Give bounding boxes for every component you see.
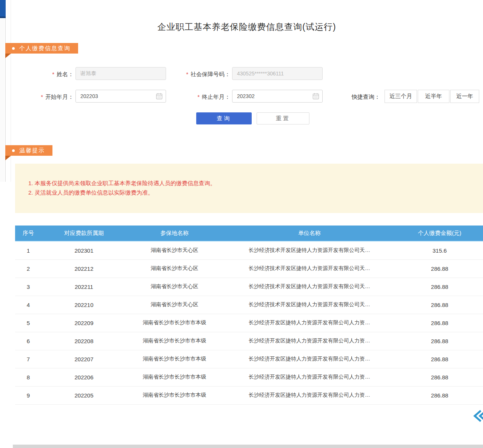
header-period: 对应费款所属期	[42, 226, 126, 241]
table-cell: 长沙经济开发区捷特人力资源开发有限公司人力资…	[223, 314, 396, 332]
name-label: *姓名：	[19, 71, 74, 78]
tips-line: 2. 灵活就业人员的缴费单位信息以实际缴费为准。	[28, 188, 475, 197]
table-cell: 长沙经济技术开发区捷特人力资源开发有限公司天…	[223, 278, 396, 296]
table-row: 2202212湖南省长沙市天心区长沙经济技术开发区捷特人力资源开发有限公司天…2…	[15, 259, 483, 278]
section-badge-personal-payment-query: 个人缴费信息查询	[5, 43, 78, 54]
table-cell: 湖南省长沙市天心区	[126, 259, 223, 278]
table-row: 1202301湖南省长沙市天心区长沙经济技术开发区捷特人力资源开发有限公司天…3…	[15, 241, 483, 259]
table-cell: 286.88	[396, 259, 483, 278]
quick-query-label: 快捷查询：	[352, 94, 383, 101]
header-amount: 个人缴费金额(元)	[396, 226, 483, 241]
table-cell: 286.88	[396, 314, 483, 332]
table-cell: 湖南省长沙市天心区	[126, 278, 223, 296]
quick-query-last-3-months-button[interactable]: 近三个月	[385, 90, 417, 103]
table-cell: 长沙经济技术开发区捷特人力资源开发有限公司天…	[223, 259, 396, 278]
table-cell: 湖南省长沙市天心区	[126, 296, 223, 314]
table-cell: 202212	[42, 259, 126, 278]
table-cell: 315.6	[396, 241, 483, 259]
end-month-label: *终止年月：	[162, 94, 230, 101]
pension-query-page: 企业职工基本养老保险缴费信息查询(试运行) 个人缴费信息查询 *姓名： *社会保…	[0, 0, 483, 448]
table-cell: 202205	[42, 386, 126, 404]
bottom-scrollbar[interactable]	[13, 445, 483, 448]
table-cell: 286.88	[396, 296, 483, 314]
table-cell: 3	[15, 278, 42, 296]
table-cell: 湖南省长沙市长沙市市本级	[126, 350, 223, 368]
table-row: 4202210湖南省长沙市天心区长沙经济技术开发区捷特人力资源开发有限公司天…2…	[15, 296, 483, 314]
table-cell: 5	[15, 314, 42, 332]
tips-badge-label: 温馨提示	[19, 147, 45, 154]
table-cell: 长沙经济技术开发区捷特人力资源开发有限公司天…	[223, 296, 396, 314]
sidebar-collapsed-tab[interactable]	[0, 0, 6, 18]
table-cell: 286.88	[396, 368, 483, 386]
table-cell: 长沙经济开发区捷特人力资源开发有限公司人力资…	[223, 386, 396, 404]
table-cell: 2	[15, 259, 42, 278]
end-month-label-text: 终止年月：	[202, 94, 230, 100]
table-cell: 8	[15, 368, 42, 386]
reset-button[interactable]: 重置	[257, 112, 309, 124]
calendar-icon[interactable]	[156, 93, 163, 100]
table-cell: 湖南省长沙市长沙市市本级	[126, 368, 223, 386]
calendar-icon[interactable]	[312, 93, 319, 100]
table-row: 3202211湖南省长沙市天心区长沙经济技术开发区捷特人力资源开发有限公司天…2…	[15, 278, 483, 296]
table-row: 7202207湖南省长沙市长沙市市本级长沙经济开发区捷特人力资源开发有限公司人力…	[15, 350, 483, 368]
quick-query-last-year-button[interactable]: 近一年	[450, 90, 479, 103]
required-marker: *	[52, 71, 54, 77]
table-row: 5202209湖南省长沙市长沙市市本级长沙经济开发区捷特人力资源开发有限公司人力…	[15, 314, 483, 332]
required-marker: *	[41, 94, 43, 100]
table-cell: 202206	[42, 368, 126, 386]
name-label-text: 姓名：	[57, 71, 74, 77]
header-location: 参保地名称	[126, 226, 223, 241]
tips-notice-box: 1. 本服务仅提供尚未领取企业职工基本养老保险待遇人员的缴费信息查询。 2. 灵…	[15, 164, 483, 213]
ribbon-fold	[5, 156, 11, 160]
start-month-input[interactable]	[75, 90, 166, 103]
quick-query-last-half-year-button[interactable]: 近半年	[418, 90, 449, 103]
table-cell: 1	[15, 241, 42, 259]
table-cell: 202207	[42, 350, 126, 368]
table-cell: 长沙经济技术开发区捷特人力资源开发有限公司天…	[223, 241, 396, 259]
table-cell: 湖南省长沙市长沙市市本级	[126, 314, 223, 332]
name-input	[75, 67, 166, 80]
table-cell: 7	[15, 350, 42, 368]
table-cell: 286.88	[396, 332, 483, 350]
table-row: 9202205湖南省长沙市长沙市市本级长沙经济开发区捷特人力资源开发有限公司人力…	[15, 386, 483, 404]
table-header-row: 序号 对应费款所属期 参保地名称 单位名称 个人缴费金额(元)	[15, 226, 483, 241]
section-badge-tips: 温馨提示	[5, 145, 52, 156]
table-cell: 长沙经济开发区捷特人力资源开发有限公司人力资…	[223, 332, 396, 350]
table-cell: 4	[15, 296, 42, 314]
table-cell: 长沙经济开发区捷特人力资源开发有限公司人力资…	[223, 350, 396, 368]
table-cell: 长沙经济开发区捷特人力资源开发有限公司人力资…	[223, 368, 396, 386]
end-month-input[interactable]	[232, 90, 323, 103]
table-cell: 湖南省长沙市长沙市市本级	[126, 332, 223, 350]
ssn-label: *社会保障号码：	[162, 71, 230, 78]
bullet-icon	[12, 149, 15, 152]
start-month-field	[75, 90, 166, 103]
table-cell: 202209	[42, 314, 126, 332]
section-badge-label: 个人缴费信息查询	[19, 45, 71, 52]
tips-line: 1. 本服务仅提供尚未领取企业职工基本养老保险待遇人员的缴费信息查询。	[28, 178, 475, 188]
table-cell: 286.88	[396, 386, 483, 404]
table-cell: 286.88	[396, 278, 483, 296]
ssn-label-text: 社会保障号码：	[191, 71, 230, 77]
table-row: 6202208湖南省长沙市长沙市市本级长沙经济开发区捷特人力资源开发有限公司人力…	[15, 332, 483, 350]
header-seq: 序号	[15, 226, 42, 241]
payment-table: 序号 对应费款所属期 参保地名称 单位名称 个人缴费金额(元) 1202301湖…	[15, 226, 483, 405]
table-cell: 202208	[42, 332, 126, 350]
table-cell: 9	[15, 386, 42, 404]
bullet-icon	[12, 47, 15, 50]
table-cell: 202210	[42, 296, 126, 314]
table-cell: 6	[15, 332, 42, 350]
required-marker: *	[197, 94, 200, 100]
table-cell: 202301	[42, 241, 126, 259]
query-button[interactable]: 查询	[196, 112, 252, 124]
table-cell: 202211	[42, 278, 126, 296]
required-marker: *	[186, 71, 188, 77]
table-cell: 湖南省长沙市长沙市市本级	[126, 386, 223, 404]
ribbon-fold	[5, 54, 11, 58]
table-cell: 湖南省长沙市天心区	[126, 241, 223, 259]
page-title: 企业职工基本养老保险缴费信息查询(试运行)	[11, 21, 483, 33]
start-month-label: *开始年月：	[19, 94, 74, 101]
ssn-input	[232, 67, 323, 80]
end-month-field	[232, 90, 323, 103]
header-employer: 单位名称	[223, 226, 396, 241]
double-chevron-left-icon[interactable]	[472, 409, 483, 423]
